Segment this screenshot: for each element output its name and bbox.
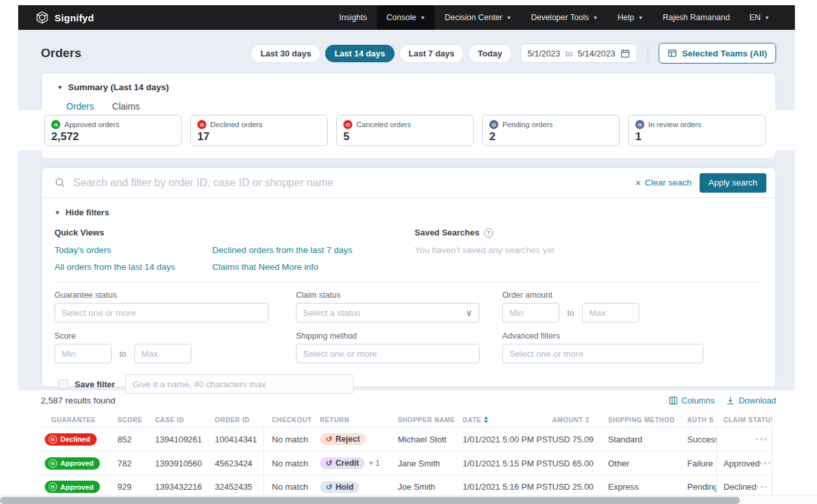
caret-down-icon: ▼ bbox=[506, 15, 511, 21]
nav-decision-center[interactable]: Decision Center▼ bbox=[435, 5, 521, 30]
score-max-input[interactable] bbox=[134, 344, 191, 363]
nav-developer-tools[interactable]: Developer Tools▼ bbox=[521, 5, 607, 30]
quick-view-todays-orders[interactable]: Today's orders bbox=[55, 245, 212, 255]
selected-teams-button[interactable]: Selected Teams (All) bbox=[659, 43, 776, 64]
save-filter-name-input[interactable] bbox=[125, 374, 354, 394]
filter-label: Claim status bbox=[296, 291, 480, 300]
range-to-label: to bbox=[567, 308, 574, 318]
signifyd-brand[interactable]: Signifyd bbox=[35, 10, 94, 25]
range-pill-last-7-days[interactable]: Last 7 days bbox=[400, 45, 464, 62]
save-filter-checkbox[interactable] bbox=[58, 379, 68, 389]
page-title: Orders bbox=[41, 46, 81, 60]
save-filter-row: Save filter bbox=[58, 374, 775, 394]
checkout-cell: No match bbox=[264, 475, 320, 498]
col-header-checkout[interactable]: CHECKOUT bbox=[264, 416, 320, 424]
return-cell: ↺Reject bbox=[320, 427, 398, 451]
col-header-claim-status[interactable]: CLAIM STATUS bbox=[717, 416, 772, 424]
col-header-case-id[interactable]: CASE ID bbox=[155, 416, 215, 424]
clear-search-button[interactable]: ×Clear seach bbox=[635, 177, 692, 188]
col-header-guarantee[interactable]: GUARANTEE bbox=[41, 416, 117, 424]
order-amount-min-input[interactable] bbox=[502, 303, 559, 322]
caret-down-icon: ▼ bbox=[420, 15, 425, 21]
date-to-value[interactable]: 5/14/2023 bbox=[578, 49, 615, 58]
nav-console[interactable]: Console▼ bbox=[377, 5, 435, 30]
orders-table: GUARANTEE SCORE CASE ID ORDER ID CHECKOU… bbox=[41, 413, 772, 499]
order-id-cell: 32452435 bbox=[215, 475, 264, 498]
stat-label: In review orders bbox=[648, 121, 701, 128]
col-header-score[interactable]: SCORE bbox=[117, 416, 155, 424]
search-input[interactable] bbox=[73, 176, 628, 189]
auth-status-cell: Success bbox=[687, 427, 717, 451]
quick-view-claims-need-more-info[interactable]: Claims that Need More info bbox=[212, 262, 415, 272]
auth-status-cell: Failure bbox=[687, 451, 717, 475]
sort-icon[interactable] bbox=[585, 416, 589, 423]
nav-label: Help bbox=[618, 13, 635, 22]
stat-label: Pending orders bbox=[502, 121, 553, 128]
divider bbox=[648, 45, 648, 62]
horizontal-scrollbar-track[interactable] bbox=[0, 496, 817, 504]
nav-help[interactable]: Help▼ bbox=[608, 5, 653, 30]
order-amount-max-input[interactable] bbox=[582, 303, 639, 322]
table-header-row: GUARANTEE SCORE CASE ID ORDER ID CHECKOU… bbox=[41, 413, 772, 427]
sort-icon[interactable] bbox=[484, 416, 488, 423]
guarantee-status-badge: GApproved bbox=[45, 457, 100, 470]
advanced-filters-input[interactable] bbox=[502, 344, 703, 363]
amount-cell: USD 25.00 bbox=[552, 475, 608, 498]
col-header-date[interactable]: DATE bbox=[463, 416, 552, 424]
col-header-order-id[interactable]: ORDER ID bbox=[215, 416, 264, 424]
score-min-input[interactable] bbox=[55, 344, 112, 363]
quick-view-declined-last-7-days[interactable]: Declined orders from the last 7 days bbox=[212, 245, 415, 255]
col-header-shopper-name[interactable]: SHOPPER NAME bbox=[398, 416, 463, 424]
summary-collapse-toggle[interactable]: ▼ Summary (Last 14 days) bbox=[57, 82, 760, 92]
nav-language[interactable]: EN▼ bbox=[740, 5, 779, 30]
columns-button[interactable]: Columns bbox=[669, 396, 714, 405]
table-row[interactable]: GDeclined 852 1394109261 100414341 No ma… bbox=[41, 427, 772, 451]
caret-down-icon: ▼ bbox=[593, 15, 598, 21]
horizontal-scrollbar-thumb[interactable] bbox=[0, 497, 740, 504]
nav-insights[interactable]: Insights bbox=[329, 5, 376, 30]
range-pill-today[interactable]: Today bbox=[469, 45, 511, 62]
columns-label: Columns bbox=[681, 396, 714, 405]
hide-filters-toggle[interactable]: ▼ Hide filters bbox=[55, 208, 762, 217]
stat-card-approved-orders: GApproved orders 2,572 bbox=[44, 115, 182, 146]
download-icon bbox=[726, 396, 735, 405]
stat-label: Approved orders bbox=[64, 121, 119, 128]
shipping-method-input[interactable] bbox=[296, 344, 480, 363]
download-button[interactable]: Download bbox=[726, 396, 776, 405]
col-header-return[interactable]: RETURN bbox=[320, 416, 398, 424]
help-icon[interactable]: ? bbox=[484, 228, 493, 237]
quick-view-all-orders-last-14-days[interactable]: All orders from the last 14 days bbox=[55, 262, 212, 272]
return-badge: ↺Hold bbox=[320, 481, 360, 493]
row-actions-menu[interactable] bbox=[760, 462, 771, 464]
stat-card-in-review-orders: GIn review orders 1 bbox=[628, 115, 766, 146]
claim-status-select[interactable]: Select a status ∨ bbox=[296, 303, 480, 322]
row-actions-menu[interactable] bbox=[756, 438, 767, 440]
nav-user[interactable]: Rajesh Ramanand bbox=[653, 5, 740, 30]
return-icon: ↺ bbox=[326, 435, 332, 444]
calendar-icon[interactable] bbox=[620, 49, 630, 58]
guarantee-icon: G bbox=[489, 120, 498, 129]
filter-claim-status: Claim status Select a status ∨ bbox=[296, 291, 480, 322]
saved-searches-empty-text: You haven't saved any searches yet bbox=[415, 245, 554, 255]
amount-cell: USD 75.09 bbox=[552, 427, 608, 451]
nav-label: Rajesh Ramanand bbox=[663, 13, 730, 22]
row-actions-menu[interactable] bbox=[757, 486, 768, 488]
guarantee-status-input[interactable] bbox=[55, 303, 269, 322]
stat-label: Declined orders bbox=[210, 121, 263, 128]
range-pill-last-14-days[interactable]: Last 14 days bbox=[325, 45, 394, 62]
col-header-amount[interactable]: AMOUNT bbox=[552, 416, 608, 424]
date-range-picker[interactable]: 5/1/2023 to 5/14/2023 bbox=[520, 43, 637, 63]
range-pill-last-30-days[interactable]: Last 30 days bbox=[251, 45, 320, 62]
filter-score: Score to bbox=[55, 331, 269, 363]
col-header-shipping-method[interactable]: SHIPPING METHOD bbox=[608, 416, 687, 424]
date-cell: 1/01/2021 5:15 PM PST bbox=[463, 451, 552, 475]
date-from-value[interactable]: 5/1/2023 bbox=[528, 49, 561, 58]
table-row[interactable]: GApproved 782 1393910560 45623424 No mat… bbox=[41, 451, 772, 475]
nav-label: EN bbox=[750, 13, 761, 22]
shipping-method-cell: Standard bbox=[608, 427, 687, 451]
close-icon: × bbox=[635, 177, 641, 188]
summary-cards-band: GApproved orders 2,572 GDeclined orders … bbox=[0, 110, 817, 150]
teams-grid-icon bbox=[668, 49, 677, 58]
apply-search-button[interactable]: Apply search bbox=[700, 173, 766, 193]
col-header-auth-status[interactable]: AUTH S bbox=[687, 416, 717, 424]
